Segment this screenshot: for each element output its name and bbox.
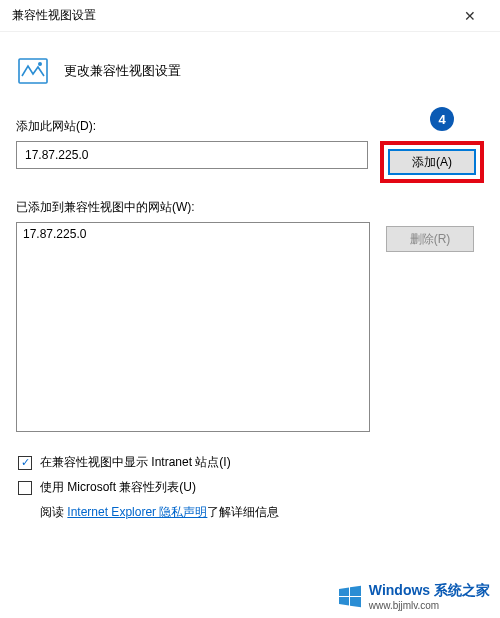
svg-point-1 [38, 62, 42, 66]
compat-view-icon [16, 54, 50, 88]
dialog-content: 更改兼容性视图设置 添加此网站(D): 4 添加(A) 已添加到兼容性视图中的网… [0, 32, 500, 537]
watermark-sub: www.bjjmlv.com [369, 600, 490, 613]
added-list-label: 已添加到兼容性视图中的网站(W): [16, 199, 195, 216]
add-website-input[interactable] [16, 141, 368, 169]
add-website-label: 添加此网站(D): [16, 118, 96, 135]
header-row: 更改兼容性视图设置 [16, 48, 484, 116]
intranet-checkbox-row[interactable]: ✓ 在兼容性视图中显示 Intranet 站点(I) [16, 454, 484, 471]
checkbox-icon: ✓ [18, 456, 32, 470]
windows-logo-icon [337, 584, 363, 610]
step-badge: 4 [430, 107, 454, 131]
header-title: 更改兼容性视图设置 [64, 62, 181, 80]
close-button[interactable]: ✕ [448, 1, 492, 31]
added-websites-listbox[interactable]: 17.87.225.0 [16, 222, 370, 432]
titlebar-title: 兼容性视图设置 [12, 7, 448, 24]
titlebar: 兼容性视图设置 ✕ [0, 0, 500, 32]
watermark-main: Windows 系统之家 [369, 582, 490, 600]
svg-rect-0 [19, 59, 47, 83]
add-button[interactable]: 添加(A) [388, 149, 476, 175]
svg-marker-5 [350, 597, 361, 607]
info-prefix: 阅读 [40, 505, 67, 519]
svg-marker-2 [339, 588, 349, 597]
mslist-checkbox-label: 使用 Microsoft 兼容性列表(U) [40, 479, 196, 496]
svg-marker-3 [350, 586, 361, 596]
remove-button[interactable]: 删除(R) [386, 226, 474, 252]
list-item[interactable]: 17.87.225.0 [23, 225, 363, 243]
added-list-section: 已添加到兼容性视图中的网站(W): 17.87.225.0 删除(R) [16, 197, 484, 432]
svg-marker-4 [339, 597, 349, 606]
info-suffix: 了解详细信息 [207, 505, 279, 519]
add-website-section: 添加此网站(D): 4 添加(A) [16, 116, 484, 183]
annotation-highlight: 添加(A) [380, 141, 484, 183]
privacy-info-row: 阅读 Internet Explorer 隐私声明了解详细信息 [16, 504, 484, 521]
checkbox-icon [18, 481, 32, 495]
mslist-checkbox-row[interactable]: 使用 Microsoft 兼容性列表(U) [16, 479, 484, 496]
watermark-text: Windows 系统之家 www.bjjmlv.com [369, 582, 490, 612]
add-website-row: 4 添加(A) [16, 141, 484, 183]
watermark: Windows 系统之家 www.bjjmlv.com [337, 582, 490, 612]
privacy-statement-link[interactable]: Internet Explorer 隐私声明 [67, 505, 207, 519]
intranet-checkbox-label: 在兼容性视图中显示 Intranet 站点(I) [40, 454, 231, 471]
